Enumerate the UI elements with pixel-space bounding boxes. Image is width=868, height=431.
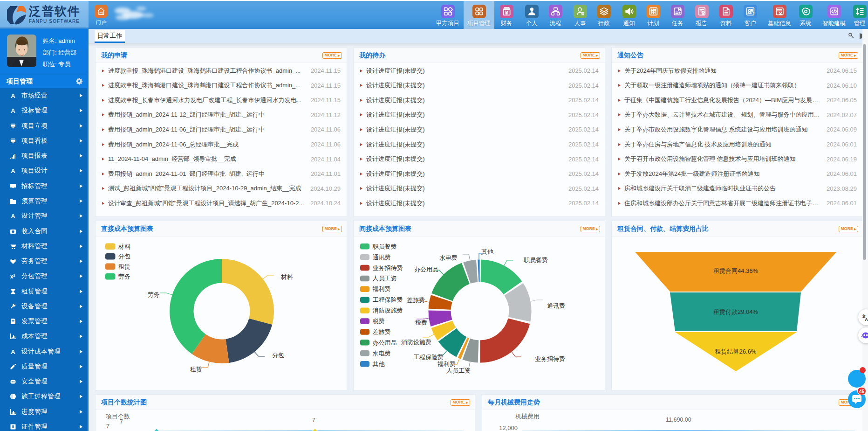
svg-text:办公用品: 办公用品 (414, 266, 438, 273)
svg-text:税费: 税费 (415, 319, 427, 326)
svg-text:工程保险费: 工程保险费 (373, 296, 403, 303)
svg-text:7: 7 (120, 418, 123, 425)
svg-text:租赁结算26.6%: 租赁结算26.6% (715, 348, 757, 355)
svg-text:差旅费: 差旅费 (373, 328, 391, 335)
svg-text:福利费: 福利费 (437, 361, 456, 368)
svg-text:税费: 税费 (373, 318, 385, 325)
svg-text:项目个数: 项目个数 (106, 413, 130, 420)
svg-text:机械费用: 机械费用 (515, 413, 540, 420)
svg-text:业务招待费: 业务招待费 (373, 264, 403, 271)
svg-text:劳务: 劳务 (148, 291, 160, 298)
svg-text:消防设施费: 消防设施费 (373, 307, 403, 314)
svg-text:A: A (11, 107, 15, 114)
svg-text:分包: 分包 (118, 253, 130, 260)
svg-text:通讯费: 通讯费 (547, 302, 565, 309)
svg-text:A: A (11, 92, 15, 99)
svg-text:工程保险费: 工程保险费 (413, 354, 444, 361)
svg-text:7: 7 (106, 423, 109, 430)
svg-text:业务招待费: 业务招待费 (535, 355, 565, 362)
svg-text:人员工资: 人员工资 (446, 367, 471, 374)
svg-text:租赁: 租赁 (190, 366, 202, 373)
svg-text:水电费: 水电费 (373, 350, 391, 357)
svg-text:租赁: 租赁 (118, 263, 130, 270)
svg-text:A: A (11, 213, 15, 220)
svg-text:职员餐费: 职员餐费 (523, 257, 548, 264)
svg-text:材料: 材料 (280, 273, 293, 280)
svg-text:其他: 其他 (481, 248, 494, 255)
svg-text:差旅费: 差旅费 (407, 297, 425, 304)
svg-text:租赁付款29.04%: 租赁付款29.04% (713, 308, 759, 315)
svg-text:材料: 材料 (118, 243, 130, 250)
svg-text:通讯费: 通讯费 (373, 254, 391, 261)
svg-text:职员餐费: 职员餐费 (372, 243, 397, 250)
svg-text:消防设施费: 消防设施费 (401, 339, 431, 346)
svg-text:办公用品: 办公用品 (373, 339, 397, 346)
svg-text:11,690.00: 11,690.00 (666, 417, 691, 423)
svg-text:12,000: 12,000 (499, 424, 518, 431)
svg-text:租赁合同44.36%: 租赁合同44.36% (713, 267, 759, 274)
svg-text:x²: x² (10, 273, 15, 280)
svg-text:福利费: 福利费 (372, 285, 391, 292)
svg-text:水电费: 水电费 (439, 254, 458, 261)
svg-text:A: A (11, 167, 15, 174)
svg-text:其他: 其他 (373, 361, 385, 368)
svg-text:分包: 分包 (272, 352, 284, 359)
svg-text:劳务: 劳务 (118, 273, 130, 280)
svg-text:7: 7 (312, 417, 315, 424)
svg-text:人员工资: 人员工资 (373, 275, 397, 282)
svg-text:A: A (865, 317, 868, 322)
svg-text:A: A (11, 348, 15, 355)
